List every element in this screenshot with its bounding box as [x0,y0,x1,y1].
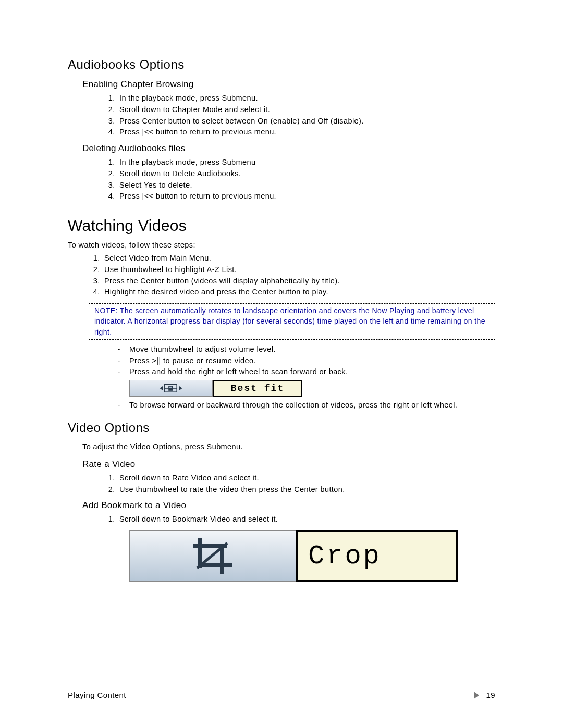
heading-video-options: Video Options [68,421,495,435]
dash-item: - Move thumbwheel to adjust volume level… [108,344,495,355]
footer-section: Playing Content [68,690,126,699]
dash-text: Press and hold the right or left wheel t… [129,366,495,378]
list-item: Use thumbwheel to highlight A-Z List. [102,264,495,276]
list-item: Use thumbwheel to rate the video then pr… [117,484,495,496]
list-bookmark-steps: Scroll down to Bookmark Video and select… [117,514,495,525]
list-item: Scroll down to Bookmark Video and select… [117,514,495,525]
dash-item: - Press and hold the right or left wheel… [108,366,495,378]
heading-watching-videos: Watching Videos [68,217,495,235]
watching-intro: To watch videos, follow these steps: [68,240,495,251]
dash-bullet: - [108,400,129,411]
best-fit-graphic: Best fit [129,380,495,397]
list-item: In the playback mode, press Submenu [117,157,495,168]
heading-audiobooks-options: Audiobooks Options [68,57,495,72]
list-chapter-browsing-steps: In the playback mode, press Submenu. Scr… [117,93,495,138]
best-fit-label-panel: Best fit [213,380,302,397]
list-item: Highlight the desired video and press th… [102,287,495,298]
list-item: Press Center button to select between On… [117,116,495,127]
dash-text: To browse forward or backward through th… [129,400,495,411]
dash-bullet: - [108,344,129,355]
svg-rect-3 [168,386,173,391]
list-item: Scroll down to Chapter Mode and select i… [117,104,495,116]
svg-marker-0 [160,386,163,390]
list-item: Select Yes to delete. [117,180,495,191]
list-rate-video-steps: Scroll down to Rate Video and select it.… [117,473,495,496]
crop-icon-panel [129,530,296,582]
footer-page-number: 19 [486,690,496,699]
dash-item: - Press >|| to pause or resume video. [108,355,495,367]
dash-bullet: - [108,355,129,367]
dash-bullet: - [108,366,129,378]
svg-rect-4 [169,387,172,388]
best-fit-label: Best fit [231,383,284,393]
list-item: Select Video from Main Menu. [102,253,495,264]
list-item: Press |<< button to return to previous m… [117,127,495,138]
fit-screen-icon [158,382,184,394]
list-item: Scroll down to Rate Video and select it. [117,473,495,484]
crop-icon [181,538,244,574]
dash-text: Move thumbwheel to adjust volume level. [129,344,495,355]
list-item: Scroll down to Delete Audiobooks. [117,168,495,180]
svg-marker-5 [179,386,182,390]
list-deleting-audiobooks-steps: In the playback mode, press Submenu Scro… [117,157,495,202]
list-item: In the playback mode, press Submenu. [117,93,495,104]
footer-triangle-icon [474,692,479,699]
note-landscape-orientation: NOTE: The screen automatically rotates t… [89,303,495,340]
crop-label: Crop [308,541,382,572]
best-fit-icon-panel [129,380,213,397]
list-item: Press |<< button to return to previous m… [117,191,495,202]
list-watching-steps: Select Video from Main Menu. Use thumbwh… [102,253,495,298]
crop-label-panel: Crop [296,530,458,582]
heading-deleting-audiobooks: Deleting Audiobooks files [82,143,495,154]
dash-item: - To browse forward or backward through … [108,400,495,411]
crop-graphic: Crop [129,530,495,582]
heading-add-bookmark: Add Bookmark to a Video [82,500,495,511]
heading-rate-video: Rate a Video [82,459,495,470]
dash-text: Press >|| to pause or resume video. [129,355,495,367]
list-item: Press the Center button (videos will dis… [102,276,495,287]
video-options-intro: To adjust the Video Options, press Subme… [82,442,495,451]
heading-enabling-chapter-browsing: Enabling Chapter Browsing [82,79,495,90]
